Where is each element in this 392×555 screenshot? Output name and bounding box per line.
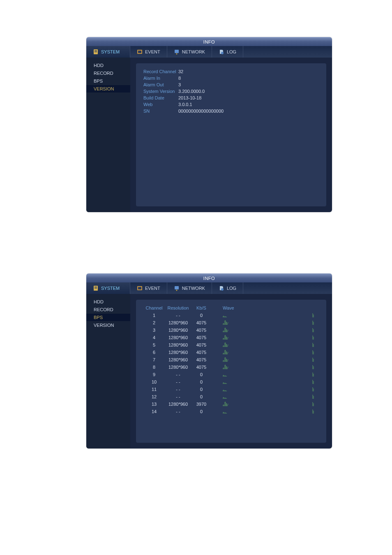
info-label: Build Date [143, 95, 178, 100]
tab-label: EVENT [145, 286, 160, 291]
table-row: 14- -0 [143, 408, 319, 415]
table-row: 41280*9604075 [143, 334, 319, 341]
cell-kbs: 0 [191, 372, 211, 377]
tab-log[interactable]: LOG [212, 282, 243, 294]
tab-event[interactable]: EVENT [130, 46, 167, 58]
bps-panel: Channel Resolution Kb/S Wave 1- -021280*… [136, 300, 326, 443]
window-title: INFO [86, 37, 332, 46]
wave-icon [223, 327, 319, 333]
content-area: Channel Resolution Kb/S Wave 1- -021280*… [130, 294, 332, 449]
cell-channel: 11 [143, 387, 165, 392]
sidebar-item-bps[interactable]: BPS [86, 77, 130, 85]
wave-icon [223, 408, 319, 415]
wave-icon [211, 342, 223, 348]
table-row: 12- -0 [143, 393, 319, 400]
cell-channel: 2 [143, 320, 165, 325]
tab-label: LOG [227, 286, 236, 291]
sidebar: HDD RECORD BPS VERSION [86, 294, 130, 449]
cell-resolution: 1280*960 [165, 342, 191, 347]
info-label: Web [143, 102, 178, 107]
info-value: 3.200.0000.0 [178, 89, 205, 94]
system-icon [93, 49, 99, 55]
svg-point-8 [221, 52, 224, 54]
wave-icon [211, 356, 223, 363]
table-row: 131280*9603970 [143, 401, 319, 407]
info-row-record-channel: Record Channel 32 [143, 69, 319, 74]
cell-channel: 14 [143, 409, 165, 414]
sidebar-item-version[interactable]: VERSION [86, 321, 130, 329]
sidebar-item-record[interactable]: RECORD [86, 69, 130, 77]
col-header-channel: Channel [143, 305, 165, 310]
info-label: Alarm Out [143, 82, 178, 87]
wave-icon [223, 364, 319, 370]
cell-kbs: 0 [191, 313, 211, 318]
tab-system[interactable]: SYSTEM [86, 282, 130, 294]
info-row-web: Web 3.0.0.1 [143, 102, 319, 107]
sidebar-item-bps[interactable]: BPS [86, 314, 130, 321]
cell-resolution: - - [165, 313, 191, 318]
wave-icon [211, 349, 223, 356]
col-header-wave: Wave [211, 305, 285, 310]
svg-rect-6 [175, 50, 179, 53]
wave-icon [223, 312, 319, 319]
sidebar-item-version[interactable]: VERSION [86, 85, 130, 92]
tab-event[interactable]: EVENT [130, 282, 167, 294]
svg-rect-5 [138, 51, 141, 53]
cell-resolution: 1280*960 [165, 328, 191, 333]
wave-icon [211, 408, 223, 415]
system-icon [93, 285, 99, 291]
content-area: Record Channel 32 Alarm In 8 Alarm Out 3… [130, 58, 332, 212]
table-row: 61280*9604075 [143, 349, 319, 356]
cell-kbs: 4075 [191, 350, 211, 355]
table-row: 1- -0 [143, 312, 319, 319]
tab-system[interactable]: SYSTEM [86, 46, 130, 58]
log-icon [219, 49, 224, 55]
cell-kbs: 4075 [191, 320, 211, 325]
wave-icon [211, 327, 223, 333]
table-row: 10- -0 [143, 379, 319, 385]
cell-channel: 13 [143, 402, 165, 407]
table-row: 31280*9604075 [143, 327, 319, 333]
wave-icon [223, 379, 319, 385]
info-row-system-version: System Version 3.200.0000.0 [143, 89, 319, 94]
info-value: 3.0.0.1 [178, 102, 192, 107]
wave-icon [223, 371, 319, 378]
network-icon [174, 285, 180, 291]
wave-icon [223, 401, 319, 407]
cell-resolution: - - [165, 379, 191, 384]
cell-kbs: 4075 [191, 357, 211, 362]
info-label: Alarm In [143, 76, 178, 81]
svg-rect-2 [95, 51, 97, 51]
wave-icon [223, 342, 319, 348]
wave-icon [223, 319, 319, 326]
wave-icon [211, 386, 223, 393]
sidebar-item-hdd[interactable]: HDD [86, 62, 130, 69]
tab-network[interactable]: NETWORK [167, 282, 212, 294]
table-row: 51280*9604075 [143, 342, 319, 348]
tab-label: SYSTEM [101, 286, 120, 291]
cell-channel: 10 [143, 379, 165, 384]
wave-icon [223, 334, 319, 341]
cell-channel: 8 [143, 365, 165, 370]
cell-channel: 5 [143, 342, 165, 347]
tab-log[interactable]: LOG [212, 46, 243, 58]
cell-channel: 6 [143, 350, 165, 355]
cell-channel: 1 [143, 313, 165, 318]
version-panel: Record Channel 32 Alarm In 8 Alarm Out 3… [136, 63, 326, 206]
sidebar-item-hdd[interactable]: HDD [86, 298, 130, 305]
sidebar-item-record[interactable]: RECORD [86, 306, 130, 313]
info-label: SN [143, 109, 178, 113]
cell-channel: 3 [143, 328, 165, 333]
col-header-wave2 [285, 305, 319, 310]
tab-network[interactable]: NETWORK [167, 46, 212, 58]
info-value: 3 [178, 82, 181, 87]
cell-resolution: 1280*960 [165, 365, 191, 370]
cell-resolution: - - [165, 372, 191, 377]
wave-icon [223, 393, 319, 400]
window-title: INFO [86, 273, 332, 282]
tab-label: NETWORK [182, 286, 205, 291]
cell-resolution: - - [165, 387, 191, 392]
cell-channel: 7 [143, 357, 165, 362]
wave-icon [211, 364, 223, 370]
cell-resolution: 1280*960 [165, 402, 191, 407]
